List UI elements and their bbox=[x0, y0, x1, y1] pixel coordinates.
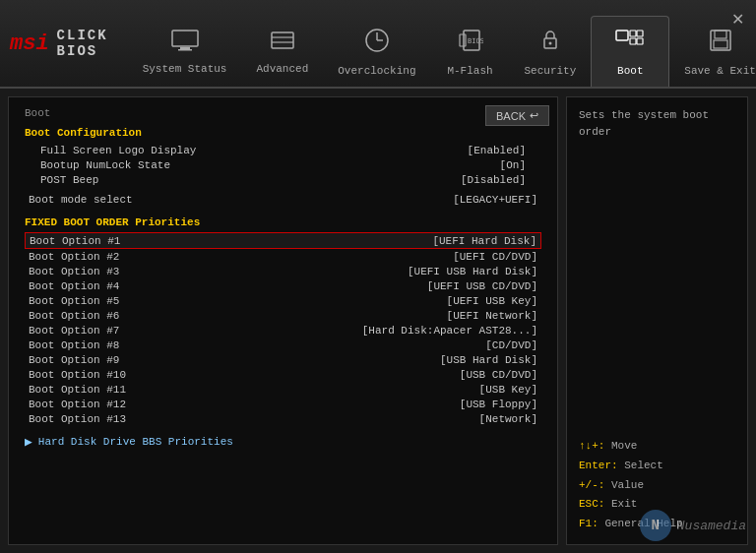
boot-option-7[interactable]: Boot Option #7 [Hard Disk:Apacer AST28..… bbox=[25, 323, 541, 338]
tab-save-exit-label: Save & Exit bbox=[684, 65, 756, 77]
tab-security-label: Security bbox=[524, 65, 576, 77]
hdd-priorities-link[interactable]: ▶ Hard Disk Drive BBS Priorities bbox=[25, 434, 541, 450]
right-panel: Sets the system boot order ↑↓+: Move Ent… bbox=[566, 96, 748, 545]
security-icon bbox=[536, 27, 564, 61]
logo-msi: msi bbox=[10, 31, 49, 56]
config-value-logo[interactable]: [Enabled] bbox=[468, 145, 526, 156]
boot-option-1[interactable]: Boot Option #1 [UEFI Hard Disk] bbox=[25, 232, 541, 249]
svg-rect-16 bbox=[637, 31, 643, 36]
svg-rect-20 bbox=[715, 31, 726, 38]
back-button[interactable]: BACK ↩ bbox=[485, 105, 549, 126]
boot-option-6-label: Boot Option #6 bbox=[29, 310, 119, 322]
left-panel: Boot BACK ↩ Boot Configuration Full Scre… bbox=[8, 96, 558, 545]
svg-rect-2 bbox=[178, 49, 192, 51]
boot-option-12[interactable]: Boot Option #12 [USB Floppy] bbox=[25, 397, 541, 411]
svg-point-13 bbox=[548, 42, 551, 45]
key-help: F1: bbox=[579, 518, 598, 529]
config-row-numlock: Bootup NumLock State [On] bbox=[25, 157, 541, 172]
boot-option-3-label: Boot Option #3 bbox=[29, 266, 119, 277]
tab-system-status-label: System Status bbox=[143, 63, 227, 75]
boot-option-6-value: [UEFI Network] bbox=[447, 310, 537, 322]
svg-rect-21 bbox=[714, 40, 727, 48]
boot-options-list: Boot Option #1 [UEFI Hard Disk] Boot Opt… bbox=[25, 232, 541, 426]
tab-security[interactable]: Security bbox=[509, 16, 591, 87]
config-value-post[interactable]: [Disabled] bbox=[461, 174, 526, 186]
hdd-priorities-label: Hard Disk Drive BBS Priorities bbox=[38, 436, 233, 448]
boot-option-6[interactable]: Boot Option #6 [UEFI Network] bbox=[25, 308, 541, 323]
header: msi CLICK BIOS System Status bbox=[0, 0, 756, 89]
boot-option-4-label: Boot Option #4 bbox=[29, 280, 119, 292]
svg-rect-14 bbox=[616, 31, 628, 40]
key-esc-desc: Exit bbox=[611, 498, 637, 510]
svg-rect-15 bbox=[630, 31, 636, 36]
nav-tabs: System Status Advanced bbox=[128, 0, 756, 87]
boot-option-3[interactable]: Boot Option #3 [UEFI USB Hard Disk] bbox=[25, 264, 541, 278]
boot-option-5-label: Boot Option #5 bbox=[29, 295, 119, 307]
boot-option-2-label: Boot Option #2 bbox=[29, 251, 119, 263]
back-arrow-icon: ↩ bbox=[530, 109, 538, 122]
watermark: N Nusamedia bbox=[640, 510, 746, 541]
mflash-icon: BIOS bbox=[456, 27, 483, 61]
boot-option-4-value: [UEFI USB CD/DVD] bbox=[427, 280, 537, 292]
boot-option-5[interactable]: Boot Option #5 [UEFI USB Key] bbox=[25, 293, 541, 308]
breadcrumb: Boot bbox=[25, 107, 541, 119]
boot-option-2[interactable]: Boot Option #2 [UEFI CD/DVD] bbox=[25, 249, 541, 264]
svg-rect-18 bbox=[637, 38, 643, 44]
svg-text:BIOS: BIOS bbox=[468, 37, 483, 45]
boot-option-11[interactable]: Boot Option #11 [USB Key] bbox=[25, 382, 541, 397]
config-label-post: POST Beep bbox=[40, 174, 98, 186]
svg-rect-0 bbox=[172, 31, 198, 46]
boot-option-1-label: Boot Option #1 bbox=[30, 235, 120, 247]
boot-option-3-value: [UEFI USB Hard Disk] bbox=[408, 266, 537, 277]
boot-option-5-value: [UEFI USB Key] bbox=[447, 295, 537, 307]
key-value: +/-: bbox=[579, 479, 604, 491]
close-button[interactable]: ✕ bbox=[731, 10, 744, 29]
boot-option-9-value: [USB Hard Disk] bbox=[440, 354, 537, 366]
boot-option-13-label: Boot Option #13 bbox=[29, 413, 126, 425]
boot-config-rows: Full Screen Logo Display [Enabled] Bootu… bbox=[25, 143, 541, 187]
tab-boot[interactable]: Boot bbox=[591, 16, 669, 87]
boot-option-7-label: Boot Option #7 bbox=[29, 325, 119, 337]
key-hint-move: ↑↓+: Move bbox=[579, 437, 735, 457]
key-value-desc: Value bbox=[611, 479, 644, 491]
config-row-post: POST Beep [Disabled] bbox=[25, 172, 541, 187]
boot-option-12-value: [USB Floppy] bbox=[460, 399, 537, 410]
svg-rect-17 bbox=[630, 38, 636, 44]
tab-system-status[interactable]: System Status bbox=[128, 16, 242, 87]
config-value-numlock[interactable]: [On] bbox=[500, 159, 526, 171]
tab-mflash-label: M-Flash bbox=[447, 65, 492, 77]
boot-config-header: Boot Configuration bbox=[25, 127, 541, 139]
tab-overclocking[interactable]: Overclocking bbox=[323, 16, 430, 87]
boot-option-1-value: [UEFI Hard Disk] bbox=[432, 235, 536, 247]
bootmode-label: Boot mode select bbox=[29, 194, 133, 206]
boot-icon bbox=[614, 27, 646, 61]
tab-mflash[interactable]: BIOS M-Flash bbox=[430, 16, 509, 87]
right-description: Sets the system boot order bbox=[579, 107, 735, 437]
boot-option-8[interactable]: Boot Option #8 [CD/DVD] bbox=[25, 338, 541, 352]
advanced-icon bbox=[268, 29, 297, 59]
config-label-logo: Full Screen Logo Display bbox=[40, 145, 196, 156]
fixed-boot-header: FIXED BOOT ORDER Priorities bbox=[25, 216, 541, 228]
config-label-numlock: Bootup NumLock State bbox=[40, 159, 170, 171]
svg-rect-1 bbox=[180, 47, 190, 49]
hdd-icon: ▶ bbox=[25, 434, 32, 450]
boot-option-7-value: [Hard Disk:Apacer AST28...] bbox=[362, 325, 537, 337]
overclocking-icon bbox=[363, 27, 391, 61]
boot-option-8-label: Boot Option #8 bbox=[29, 339, 119, 351]
boot-option-4[interactable]: Boot Option #4 [UEFI USB CD/DVD] bbox=[25, 278, 541, 293]
key-hint-select: Enter: Select bbox=[579, 457, 735, 476]
monitor-icon bbox=[170, 29, 200, 59]
save-icon bbox=[707, 27, 734, 61]
app-container: msi CLICK BIOS System Status bbox=[0, 0, 756, 553]
key-hint-value: +/-: Value bbox=[579, 476, 735, 496]
svg-rect-3 bbox=[272, 32, 293, 48]
logo-click-bios: CLICK BIOS bbox=[57, 28, 108, 59]
boot-option-9[interactable]: Boot Option #9 [USB Hard Disk] bbox=[25, 352, 541, 367]
tab-advanced[interactable]: Advanced bbox=[241, 16, 323, 87]
boot-option-10[interactable]: Boot Option #10 [USB CD/DVD] bbox=[25, 367, 541, 382]
bootmode-value[interactable]: [LEGACY+UEFI] bbox=[453, 194, 537, 206]
boot-option-13[interactable]: Boot Option #13 [Network] bbox=[25, 411, 541, 426]
boot-option-10-label: Boot Option #10 bbox=[29, 369, 126, 381]
tab-advanced-label: Advanced bbox=[256, 63, 308, 75]
key-move: ↑↓+: bbox=[579, 440, 604, 452]
